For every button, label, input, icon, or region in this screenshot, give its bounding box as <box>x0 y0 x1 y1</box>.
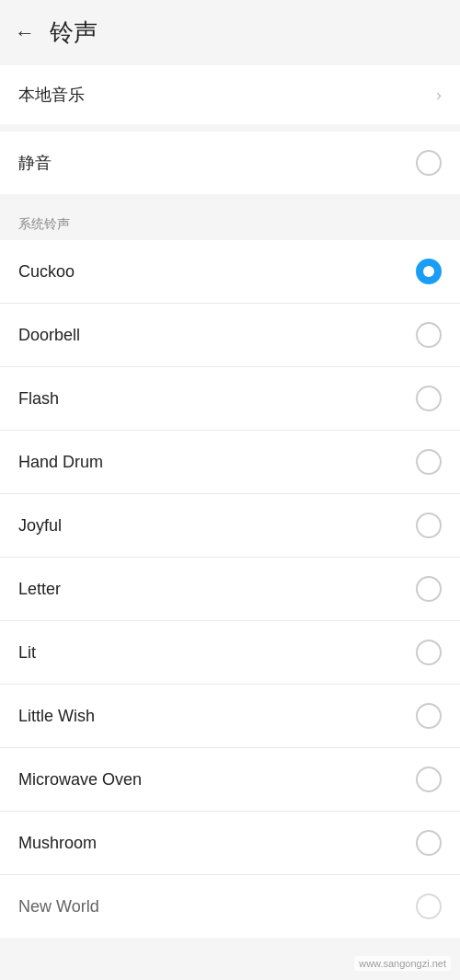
back-button[interactable]: ← <box>15 21 35 45</box>
ringtone-name: Little Wish <box>18 707 95 726</box>
ringtone-radio[interactable] <box>416 640 442 665</box>
ringtone-radio[interactable] <box>416 894 442 919</box>
local-music-item[interactable]: 本地音乐 › <box>0 65 460 124</box>
ringtone-item[interactable]: Little Wish <box>0 685 460 748</box>
ringtone-radio[interactable] <box>416 576 442 602</box>
ringtone-name: Letter <box>18 580 61 599</box>
watermark: www.sangongzi.net <box>354 956 451 971</box>
ringtone-item[interactable]: Cuckoo <box>0 240 460 304</box>
ringtone-radio[interactable] <box>416 386 442 411</box>
ringtone-name: Joyful <box>18 516 62 536</box>
page-title: 铃声 <box>50 17 98 49</box>
ringtone-name: Mushroom <box>18 834 97 853</box>
ringtone-name: Doorbell <box>18 326 80 345</box>
silent-item[interactable]: 静音 <box>0 132 460 194</box>
ringtone-name: Lit <box>18 643 36 663</box>
local-music-section: 本地音乐 › <box>0 65 460 124</box>
silent-label: 静音 <box>18 152 52 174</box>
ringtone-item[interactable]: Mushroom <box>0 812 460 875</box>
ringtone-radio[interactable] <box>416 513 442 538</box>
ringtone-radio[interactable] <box>416 449 442 475</box>
radio-inner-dot <box>423 266 434 277</box>
ringtone-item[interactable]: Letter <box>0 558 460 621</box>
silent-radio[interactable] <box>416 150 442 176</box>
ringtone-name: Cuckoo <box>18 262 75 282</box>
chevron-right-icon: › <box>436 86 442 105</box>
ringtone-radio[interactable] <box>416 703 442 729</box>
ringtone-item[interactable]: Joyful <box>0 494 460 558</box>
silent-section: 静音 <box>0 132 460 194</box>
ringtone-item[interactable]: Hand Drum <box>0 431 460 494</box>
ringtone-name: New World <box>18 897 99 917</box>
ringtone-name: Flash <box>18 389 59 409</box>
ringtone-item[interactable]: Flash <box>0 367 460 431</box>
ringtone-item[interactable]: Microwave Oven <box>0 748 460 812</box>
ringtones-list: CuckooDoorbellFlashHand DrumJoyfulLetter… <box>0 240 460 938</box>
ringtone-name: Microwave Oven <box>18 770 142 790</box>
local-music-label: 本地音乐 <box>18 84 85 106</box>
ringtone-name: Hand Drum <box>18 453 103 472</box>
ringtone-item[interactable]: Doorbell <box>0 304 460 367</box>
header: ← 铃声 <box>0 0 460 65</box>
ringtone-radio[interactable] <box>416 767 442 792</box>
ringtone-radio[interactable] <box>416 259 442 284</box>
ringtone-radio[interactable] <box>416 830 442 856</box>
ringtone-radio[interactable] <box>416 322 442 348</box>
system-ringtones-label: 系统铃声 <box>0 202 460 240</box>
ringtone-item[interactable]: Lit <box>0 621 460 685</box>
ringtone-item[interactable]: New World <box>0 875 460 938</box>
